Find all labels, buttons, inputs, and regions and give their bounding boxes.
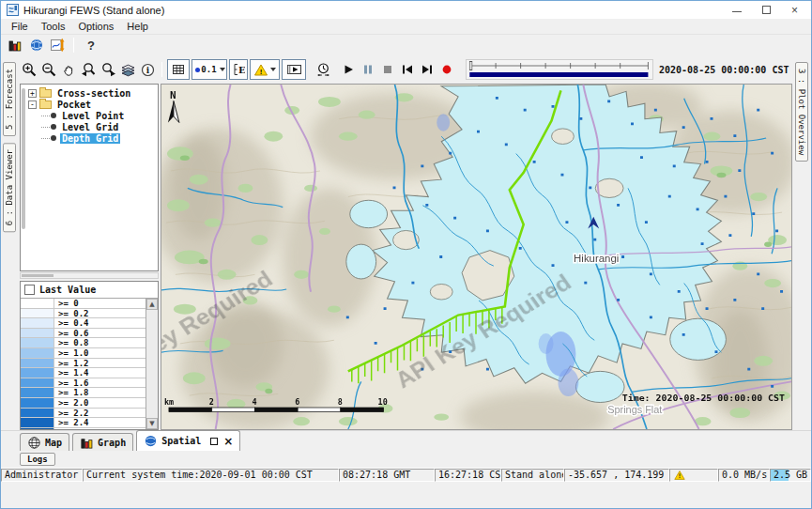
bar-chart-icon bbox=[80, 436, 94, 450]
tree-item-level-point[interactable]: Level Point bbox=[41, 110, 156, 121]
collapse-icon[interactable]: - bbox=[28, 100, 37, 109]
status-bar: Administrator Current system time:2020-0… bbox=[1, 468, 811, 482]
left-tab-strip: 5 : Forecast 6 : Data Viewer bbox=[1, 55, 18, 430]
legend-row: >= 0 bbox=[21, 299, 146, 309]
grid-display-button[interactable] bbox=[167, 59, 190, 80]
legend-row: >= 1.4 bbox=[21, 368, 146, 378]
tree-item-level-grid[interactable]: Level Grid bbox=[41, 121, 156, 132]
window-title: Hikurangi FEWS (Stand alone) bbox=[23, 5, 164, 16]
svg-text:N: N bbox=[170, 89, 176, 100]
globe-icon[interactable] bbox=[26, 36, 46, 54]
value-dot-icon bbox=[195, 68, 200, 72]
legend-row: >= 2.6 bbox=[21, 428, 146, 429]
skip-to-end-icon[interactable] bbox=[417, 60, 437, 79]
label-toggle-button[interactable]: E bbox=[229, 59, 248, 80]
warning-dropdown[interactable]: ! bbox=[250, 59, 280, 80]
tree-horizontal-scrollbar[interactable] bbox=[20, 272, 159, 279]
tab-data-viewer[interactable]: 6 : Data Viewer bbox=[3, 143, 16, 232]
tree-connector bbox=[41, 138, 50, 139]
tree-scrollbar[interactable] bbox=[22, 88, 25, 229]
map-time-label: Time: 2020-08-25 00:00:00 CST bbox=[622, 393, 786, 403]
expand-icon[interactable]: + bbox=[28, 89, 37, 98]
tab-plot-overview[interactable]: 3 : Plot Overview bbox=[795, 62, 808, 162]
folder-open-icon bbox=[39, 100, 52, 109]
database-icon[interactable] bbox=[5, 36, 24, 54]
legend-row: >= 1.2 bbox=[21, 359, 146, 369]
zoom-in-icon[interactable] bbox=[20, 60, 39, 79]
status-mode: Stand alone bbox=[501, 469, 564, 482]
pan-hand-icon[interactable] bbox=[59, 60, 79, 79]
document-tab-bar: Map Graph Spatial × bbox=[1, 430, 811, 451]
data-viewer-panel: + Cross-section - Pocket Level P bbox=[18, 84, 161, 430]
tab-map[interactable]: Map bbox=[20, 433, 69, 451]
status-user: Administrator bbox=[1, 469, 83, 482]
classbreaks-value: 0.1 bbox=[201, 65, 216, 74]
tree-item-pocket[interactable]: - Pocket bbox=[28, 99, 156, 110]
menu-options[interactable]: Options bbox=[71, 20, 120, 33]
last-value-checkbox[interactable] bbox=[24, 285, 35, 295]
stop-icon[interactable] bbox=[377, 60, 397, 79]
svg-text:6: 6 bbox=[295, 398, 299, 408]
map-canvas[interactable]: API Key Required API Key Required Hikura… bbox=[161, 84, 792, 430]
help-button[interactable]: ? bbox=[80, 39, 102, 53]
svg-text:i: i bbox=[146, 66, 150, 75]
legend-row: >= 2.0 bbox=[21, 398, 146, 409]
tab-spatial[interactable]: Spatial × bbox=[136, 430, 240, 451]
scroll-down-icon[interactable]: ▼ bbox=[146, 418, 158, 429]
svg-text:km: km bbox=[164, 398, 174, 408]
tab-close-icon[interactable]: × bbox=[223, 437, 233, 446]
tab-restore-icon[interactable] bbox=[210, 438, 218, 445]
wireframe-globe-icon bbox=[27, 436, 41, 450]
tab-forecast[interactable]: 5 : Forecast bbox=[3, 62, 16, 136]
tree-item-cross-section[interactable]: + Cross-section bbox=[28, 87, 156, 99]
legend-panel: Last Value >= 0 >= 0.2 >= 0.4 >= 0.6 >= … bbox=[20, 281, 159, 430]
legend-row: >= 1.0 bbox=[21, 348, 146, 359]
right-tab-strip: 3 : Plot Overview bbox=[792, 55, 811, 430]
pause-icon[interactable] bbox=[358, 60, 377, 79]
filter-tree: + Cross-section - Pocket Level P bbox=[20, 84, 159, 271]
tab-graph[interactable]: Graph bbox=[72, 433, 133, 451]
node-icon bbox=[51, 113, 56, 118]
title-bar: Hikurangi FEWS (Stand alone) × bbox=[1, 1, 811, 19]
current-time-label: 2020-08-25 00:00:00 CST bbox=[659, 65, 790, 75]
node-icon bbox=[51, 135, 56, 141]
zoom-previous-icon[interactable] bbox=[79, 60, 99, 79]
timeseries-chart-icon[interactable] bbox=[48, 36, 68, 54]
minimize-button[interactable] bbox=[732, 11, 742, 12]
app-window: Hikurangi FEWS (Stand alone) × File Tool… bbox=[0, 0, 812, 509]
svg-text:2: 2 bbox=[209, 398, 214, 408]
status-transfer-rate: 0.0 MB/s bbox=[718, 469, 770, 482]
time-navigator-clock-icon[interactable] bbox=[314, 60, 333, 79]
chevron-down-icon bbox=[220, 68, 225, 71]
animation-dialog-button[interactable] bbox=[282, 59, 306, 80]
legend-row: >= 0.2 bbox=[21, 309, 146, 319]
legend-row: >= 0.8 bbox=[21, 338, 146, 348]
skip-to-start-icon[interactable] bbox=[397, 60, 417, 79]
menu-help[interactable]: Help bbox=[120, 20, 155, 33]
time-slider[interactable] bbox=[466, 59, 653, 80]
logs-button[interactable]: Logs bbox=[20, 453, 55, 466]
layers-icon[interactable] bbox=[118, 60, 138, 79]
legend-scrollbar[interactable]: ▲ ▼ bbox=[146, 299, 158, 429]
zoom-next-icon[interactable] bbox=[99, 60, 118, 79]
record-icon[interactable] bbox=[437, 60, 456, 79]
svg-text:4: 4 bbox=[252, 398, 256, 408]
menu-tools[interactable]: Tools bbox=[35, 20, 72, 33]
status-memory: 2.5 GB bbox=[770, 469, 811, 482]
warning-icon: ! bbox=[673, 470, 686, 481]
maximize-button[interactable] bbox=[762, 6, 771, 14]
classbreaks-dropdown[interactable]: 0.1 bbox=[192, 59, 227, 80]
chevron-down-icon bbox=[270, 68, 276, 71]
scroll-up-icon[interactable]: ▲ bbox=[146, 299, 158, 310]
info-icon[interactable]: i bbox=[138, 60, 158, 79]
menu-file[interactable]: File bbox=[5, 20, 35, 33]
tree-connector bbox=[41, 116, 50, 116]
legend-list: >= 0 >= 0.2 >= 0.4 >= 0.6 >= 0.8 >= 1.0 … bbox=[21, 299, 146, 429]
toolbar-separator bbox=[161, 62, 162, 77]
close-button[interactable]: × bbox=[791, 6, 798, 15]
play-icon[interactable] bbox=[338, 60, 358, 79]
status-warning-cell[interactable]: ! bbox=[669, 469, 718, 482]
zoom-out-icon[interactable] bbox=[39, 60, 59, 79]
main-toolbar: ? bbox=[1, 35, 811, 55]
tree-item-depth-grid[interactable]: Depth Grid bbox=[41, 132, 156, 144]
